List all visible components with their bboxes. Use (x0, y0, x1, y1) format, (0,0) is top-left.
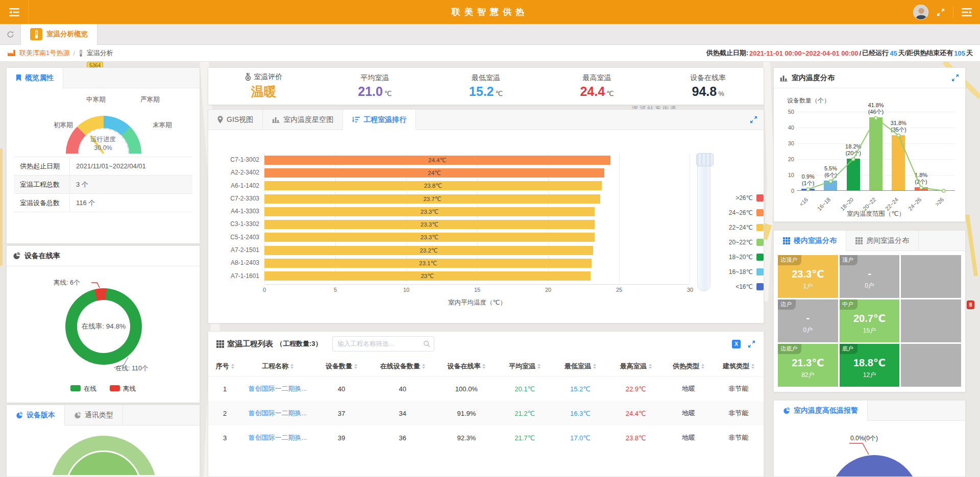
excel-export-icon[interactable]: X (732, 340, 741, 348)
period-label: 供热截止日期: (706, 48, 748, 58)
map-marker[interactable]: 8 (967, 300, 974, 309)
legend-item[interactable]: 20~22℃ (720, 235, 764, 249)
gauge-seg-label: 初寒期 (54, 121, 73, 130)
expand-icon[interactable] (750, 116, 757, 123)
legend-item[interactable]: 离线 (110, 385, 136, 393)
sort-icon[interactable] (290, 364, 293, 369)
sort-icon[interactable] (701, 364, 704, 369)
expand-icon[interactable] (748, 340, 755, 348)
ranking-bar[interactable]: 23.2℃ (264, 246, 593, 255)
table-cell: 23.8℃ (608, 434, 664, 442)
ranking-bar[interactable]: 24℃ (264, 168, 604, 178)
search-icon[interactable] (423, 340, 430, 347)
project-name-link[interactable]: 首创国际一二期换... (241, 433, 313, 442)
sort-icon[interactable] (751, 364, 754, 369)
building-cell[interactable]: 底户18.8℃12户 (840, 344, 900, 387)
tab-room-temp[interactable]: 房间室温分布 (846, 231, 919, 250)
column-header[interactable]: 建筑类型 (714, 362, 764, 371)
ranking-bar[interactable]: 23.8℃ (264, 181, 602, 190)
gauge-center-value: 30.0% (7, 144, 200, 152)
building-cell[interactable]: 顶户-0户 (840, 255, 900, 298)
project-name-link[interactable]: 首创国际一二期换... (241, 384, 313, 393)
column-header[interactable]: 最低室温 (553, 362, 608, 371)
column-header[interactable]: 供热类型 (664, 362, 714, 371)
legend-item[interactable]: >26℃ (720, 190, 764, 205)
sort-icon[interactable] (422, 364, 425, 369)
building-cell[interactable]: 边顶户23.3℃1户 (778, 255, 838, 298)
legend-item[interactable]: 24~26℃ (720, 205, 764, 220)
ranking-bar[interactable]: 23.1℃ (264, 259, 592, 268)
column-header[interactable]: 设备在线率 (436, 362, 497, 371)
tab-temp-alarm[interactable]: 室内温度高低温报警 (774, 400, 868, 421)
building-grid: 边顶户23.3℃1户顶户-0户边户-0户中户20.7℃15户边底户21.3℃82… (778, 255, 961, 387)
table-cell: 16.3℃ (553, 410, 608, 417)
ranking-bar[interactable]: 23.3℃ (264, 220, 595, 229)
building-cell[interactable]: 边底户21.3℃82户 (778, 344, 838, 387)
column-header[interactable]: 工程名称 (241, 362, 313, 371)
ranking-bar[interactable]: 23.7℃ (264, 194, 600, 204)
legend-item[interactable]: <16℃ (720, 279, 764, 294)
fullscreen-icon[interactable] (937, 8, 945, 16)
ranking-bar[interactable]: 24.4℃ (264, 156, 610, 165)
sort-icon[interactable] (649, 364, 652, 369)
ranking-x-ticks: 051015202530 (264, 284, 690, 293)
sort-icon[interactable] (482, 364, 485, 369)
legend-item[interactable]: 在线 (70, 385, 96, 393)
sort-icon[interactable] (354, 364, 357, 369)
table-cell: 37 (314, 410, 370, 417)
project-name-link[interactable]: 首创国际一二期换... (241, 409, 313, 418)
column-header[interactable]: 平均室温 (497, 362, 553, 371)
ranking-bar[interactable]: 23.3℃ (264, 207, 595, 216)
distribution-title: 室内温度分布 (792, 73, 835, 83)
view-tab-sort-ranking[interactable]: 工程室温排行 (343, 110, 416, 130)
view-tab-map-pin[interactable]: GIS视图 (208, 110, 263, 130)
sort-icon[interactable] (231, 364, 234, 369)
tab-device-version-label: 设备版本 (27, 411, 55, 420)
overview-panel: 概览属性 初寒期 中寒期 严寒期 末寒期 运行进度 30.0% 供热起止日期20… (6, 67, 200, 244)
user-avatar[interactable] (913, 5, 928, 20)
tab-overview-attributes[interactable]: 概览属性 (7, 68, 63, 88)
day-unit: 天 (966, 48, 973, 58)
grid-icon (783, 237, 790, 244)
legend-item[interactable]: 22~24℃ (720, 220, 764, 235)
info-row: 室温工程总数3 个 (14, 175, 192, 194)
legend-item[interactable]: 18~20℃ (720, 249, 764, 264)
table-cell: 21.7℃ (497, 434, 553, 442)
ranking-bar[interactable]: 23.3℃ (264, 233, 595, 242)
device-version-pie[interactable] (7, 425, 200, 475)
project-search-input[interactable] (332, 336, 434, 352)
tab-comm-type[interactable]: 通讯类型 (65, 405, 123, 425)
column-header[interactable]: 序号 (208, 362, 241, 371)
table-cell: 3 (208, 434, 241, 442)
sort-icon[interactable] (593, 364, 596, 369)
distribution-chart: 设备数量（个） 0.9%(1个)5.5%(6个)18.2%(20个)41.8%(… (774, 88, 965, 222)
column-header[interactable]: 在线设备数量 (370, 362, 436, 371)
tab-device-version[interactable]: 设备版本 (7, 405, 65, 425)
refresh-icon[interactable] (0, 31, 20, 38)
menu-unfold-icon[interactable] (962, 8, 972, 17)
column-header[interactable]: 设备数量 (314, 362, 370, 371)
column-header[interactable]: 最高室温 (608, 362, 664, 371)
sort-icon[interactable] (537, 364, 541, 369)
building-cell[interactable] (901, 255, 961, 298)
breadcrumb-source-link[interactable]: 联美浑南1号热源 (19, 48, 69, 58)
online-legend: 在线离线 (7, 385, 200, 393)
breadcrumb: 联美浑南1号热源 / 室温分析 (7, 48, 113, 58)
expand-icon[interactable] (951, 74, 959, 82)
tab-building-temp[interactable]: 楼内室温分布 (774, 231, 846, 251)
gauge-seg-label: 严寒期 (140, 95, 160, 104)
tab-comm-type-label: 通讯类型 (85, 411, 113, 420)
ranking-plot: 24.4℃24℃23.8℃23.7℃23.3℃23.3℃23.3℃23.2℃23… (264, 154, 690, 283)
y-tick: 20 (774, 156, 794, 162)
tab-room-temp-overview[interactable]: 室温分析概览 (20, 24, 97, 45)
building-cell[interactable]: 边户-0户 (778, 299, 838, 342)
view-tab-bar-chart[interactable]: 室内温度星空图 (263, 110, 343, 130)
building-cell[interactable] (901, 344, 961, 387)
legend-item[interactable]: 16~18℃ (720, 264, 764, 279)
building-cell[interactable]: 中户20.7℃15户 (840, 299, 900, 342)
view-tabs: GIS视图室内温度星空图工程室温排行 (208, 110, 764, 130)
pie-icon (783, 407, 790, 414)
table-cell: 20.1℃ (497, 385, 553, 393)
building-cell[interactable] (901, 299, 961, 342)
ranking-bar[interactable]: 23℃ (264, 271, 591, 281)
